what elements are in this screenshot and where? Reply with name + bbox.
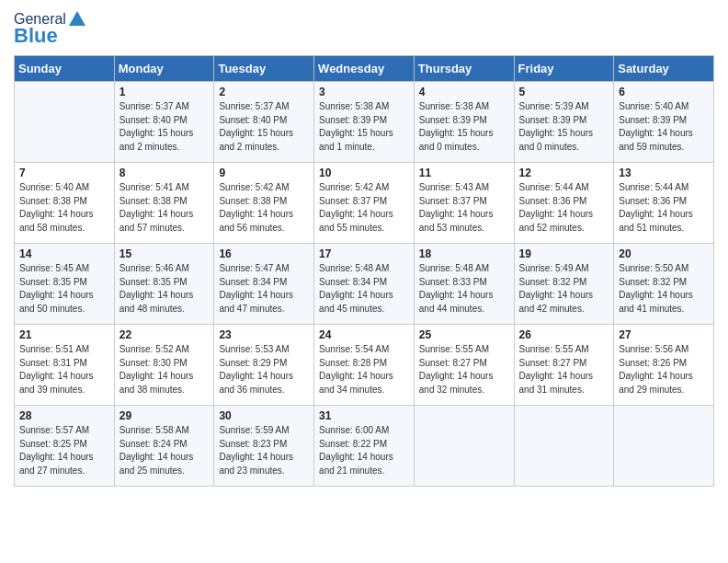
day-number: 9 — [219, 167, 309, 179]
day-content: Sunrise: 5:41 AM Sunset: 8:38 PM Dayligh… — [119, 181, 210, 235]
calendar-cell: 13Sunrise: 5:44 AM Sunset: 8:36 PM Dayli… — [614, 163, 714, 244]
day-content: Sunrise: 5:44 AM Sunset: 8:36 PM Dayligh… — [619, 181, 709, 235]
day-number: 4 — [419, 86, 509, 98]
week-row-1: 1Sunrise: 5:37 AM Sunset: 8:40 PM Daylig… — [15, 82, 714, 163]
day-content: Sunrise: 5:51 AM Sunset: 8:31 PM Dayligh… — [19, 343, 109, 396]
calendar-cell: 5Sunrise: 5:39 AM Sunset: 8:39 PM Daylig… — [514, 82, 614, 163]
day-number: 29 — [119, 409, 210, 422]
calendar-cell: 22Sunrise: 5:52 AM Sunset: 8:30 PM Dayli… — [114, 325, 214, 406]
weekday-thursday: Thursday — [414, 56, 514, 82]
day-number: 3 — [319, 86, 409, 98]
calendar-cell: 23Sunrise: 5:53 AM Sunset: 8:29 PM Dayli… — [214, 325, 314, 406]
calendar-cell: 12Sunrise: 5:44 AM Sunset: 8:36 PM Dayli… — [514, 163, 614, 244]
day-number: 15 — [119, 247, 210, 260]
day-number: 20 — [619, 247, 709, 260]
week-row-3: 14Sunrise: 5:45 AM Sunset: 8:35 PM Dayli… — [15, 244, 714, 325]
weekday-sunday: Sunday — [15, 56, 115, 82]
day-number: 5 — [519, 86, 609, 98]
day-content: Sunrise: 5:37 AM Sunset: 8:40 PM Dayligh… — [119, 100, 210, 154]
day-content: Sunrise: 5:48 AM Sunset: 8:34 PM Dayligh… — [319, 262, 409, 316]
week-row-2: 7Sunrise: 5:40 AM Sunset: 8:38 PM Daylig… — [15, 163, 714, 244]
calendar-cell — [614, 406, 714, 487]
day-number: 11 — [419, 167, 509, 179]
calendar-table: SundayMondayTuesdayWednesdayThursdayFrid… — [14, 55, 714, 487]
day-content: Sunrise: 5:38 AM Sunset: 8:39 PM Dayligh… — [319, 100, 409, 154]
calendar-cell — [514, 406, 614, 487]
calendar-cell: 15Sunrise: 5:46 AM Sunset: 8:35 PM Dayli… — [114, 244, 214, 325]
day-number: 31 — [319, 409, 409, 422]
day-content: Sunrise: 5:39 AM Sunset: 8:39 PM Dayligh… — [519, 100, 609, 154]
calendar-cell: 20Sunrise: 5:50 AM Sunset: 8:32 PM Dayli… — [614, 244, 714, 325]
day-content: Sunrise: 5:50 AM Sunset: 8:32 PM Dayligh… — [619, 262, 709, 316]
day-content: Sunrise: 5:58 AM Sunset: 8:24 PM Dayligh… — [119, 424, 210, 477]
day-content: Sunrise: 5:54 AM Sunset: 8:28 PM Dayligh… — [319, 343, 409, 396]
logo-blue-text: Blue — [14, 24, 58, 48]
calendar-cell: 24Sunrise: 5:54 AM Sunset: 8:28 PM Dayli… — [314, 325, 415, 406]
day-number: 22 — [119, 328, 210, 341]
day-number: 2 — [219, 86, 309, 98]
calendar-cell: 10Sunrise: 5:42 AM Sunset: 8:37 PM Dayli… — [314, 163, 415, 244]
day-number: 19 — [519, 247, 609, 260]
day-content: Sunrise: 5:40 AM Sunset: 8:39 PM Dayligh… — [619, 100, 709, 154]
calendar-cell: 14Sunrise: 5:45 AM Sunset: 8:35 PM Dayli… — [15, 244, 115, 325]
page-header: General Blue — [14, 9, 714, 48]
day-number: 25 — [419, 328, 509, 341]
calendar-cell: 30Sunrise: 5:59 AM Sunset: 8:23 PM Dayli… — [214, 406, 314, 487]
logo-icon — [67, 9, 87, 29]
weekday-saturday: Saturday — [614, 56, 714, 82]
day-number: 24 — [319, 328, 409, 341]
calendar-cell: 21Sunrise: 5:51 AM Sunset: 8:31 PM Dayli… — [15, 325, 115, 406]
day-content: Sunrise: 5:44 AM Sunset: 8:36 PM Dayligh… — [519, 181, 609, 235]
weekday-tuesday: Tuesday — [214, 56, 314, 82]
calendar-cell: 9Sunrise: 5:42 AM Sunset: 8:38 PM Daylig… — [214, 163, 314, 244]
day-number: 26 — [519, 328, 609, 341]
day-content: Sunrise: 5:47 AM Sunset: 8:34 PM Dayligh… — [219, 262, 309, 316]
week-row-5: 28Sunrise: 5:57 AM Sunset: 8:25 PM Dayli… — [15, 406, 714, 487]
calendar-cell: 19Sunrise: 5:49 AM Sunset: 8:32 PM Dayli… — [514, 244, 614, 325]
weekday-friday: Friday — [514, 56, 614, 82]
day-content: Sunrise: 5:42 AM Sunset: 8:38 PM Dayligh… — [219, 181, 309, 235]
day-content: Sunrise: 5:55 AM Sunset: 8:27 PM Dayligh… — [419, 343, 509, 396]
day-content: Sunrise: 5:46 AM Sunset: 8:35 PM Dayligh… — [119, 262, 210, 316]
calendar-cell: 28Sunrise: 5:57 AM Sunset: 8:25 PM Dayli… — [15, 406, 115, 487]
day-content: Sunrise: 5:59 AM Sunset: 8:23 PM Dayligh… — [219, 424, 309, 477]
day-content: Sunrise: 5:55 AM Sunset: 8:27 PM Dayligh… — [519, 343, 609, 396]
day-content: Sunrise: 6:00 AM Sunset: 8:22 PM Dayligh… — [319, 424, 409, 477]
calendar-cell: 29Sunrise: 5:58 AM Sunset: 8:24 PM Dayli… — [114, 406, 214, 487]
day-content: Sunrise: 5:48 AM Sunset: 8:33 PM Dayligh… — [419, 262, 509, 316]
day-content: Sunrise: 5:56 AM Sunset: 8:26 PM Dayligh… — [619, 343, 709, 396]
calendar-cell: 8Sunrise: 5:41 AM Sunset: 8:38 PM Daylig… — [114, 163, 214, 244]
day-content: Sunrise: 5:57 AM Sunset: 8:25 PM Dayligh… — [19, 424, 109, 477]
day-number: 17 — [319, 247, 409, 260]
weekday-wednesday: Wednesday — [314, 56, 415, 82]
day-content: Sunrise: 5:52 AM Sunset: 8:30 PM Dayligh… — [119, 343, 210, 396]
day-number: 7 — [19, 167, 109, 179]
calendar-cell: 2Sunrise: 5:37 AM Sunset: 8:40 PM Daylig… — [214, 82, 314, 163]
calendar-cell: 11Sunrise: 5:43 AM Sunset: 8:37 PM Dayli… — [414, 163, 514, 244]
day-content: Sunrise: 5:45 AM Sunset: 8:35 PM Dayligh… — [19, 262, 109, 316]
day-number: 21 — [19, 328, 109, 341]
calendar-cell: 25Sunrise: 5:55 AM Sunset: 8:27 PM Dayli… — [414, 325, 514, 406]
calendar-cell: 4Sunrise: 5:38 AM Sunset: 8:39 PM Daylig… — [414, 82, 514, 163]
day-number: 18 — [419, 247, 509, 260]
calendar-cell: 17Sunrise: 5:48 AM Sunset: 8:34 PM Dayli… — [314, 244, 415, 325]
week-row-4: 21Sunrise: 5:51 AM Sunset: 8:31 PM Dayli… — [15, 325, 714, 406]
logo: General Blue — [14, 9, 88, 48]
calendar-cell: 16Sunrise: 5:47 AM Sunset: 8:34 PM Dayli… — [214, 244, 314, 325]
day-content: Sunrise: 5:37 AM Sunset: 8:40 PM Dayligh… — [219, 100, 309, 154]
weekday-monday: Monday — [114, 56, 214, 82]
svg-marker-0 — [69, 11, 85, 26]
calendar-cell: 6Sunrise: 5:40 AM Sunset: 8:39 PM Daylig… — [614, 82, 714, 163]
day-number: 27 — [619, 328, 709, 341]
day-content: Sunrise: 5:43 AM Sunset: 8:37 PM Dayligh… — [419, 181, 509, 235]
calendar-cell: 1Sunrise: 5:37 AM Sunset: 8:40 PM Daylig… — [114, 82, 214, 163]
calendar-cell — [15, 82, 115, 163]
calendar-cell: 26Sunrise: 5:55 AM Sunset: 8:27 PM Dayli… — [514, 325, 614, 406]
calendar-cell: 3Sunrise: 5:38 AM Sunset: 8:39 PM Daylig… — [314, 82, 415, 163]
day-content: Sunrise: 5:38 AM Sunset: 8:39 PM Dayligh… — [419, 100, 509, 154]
calendar-cell: 18Sunrise: 5:48 AM Sunset: 8:33 PM Dayli… — [414, 244, 514, 325]
calendar-cell: 7Sunrise: 5:40 AM Sunset: 8:38 PM Daylig… — [15, 163, 115, 244]
day-number: 6 — [619, 86, 709, 98]
day-number: 14 — [19, 247, 109, 260]
calendar-cell: 27Sunrise: 5:56 AM Sunset: 8:26 PM Dayli… — [614, 325, 714, 406]
